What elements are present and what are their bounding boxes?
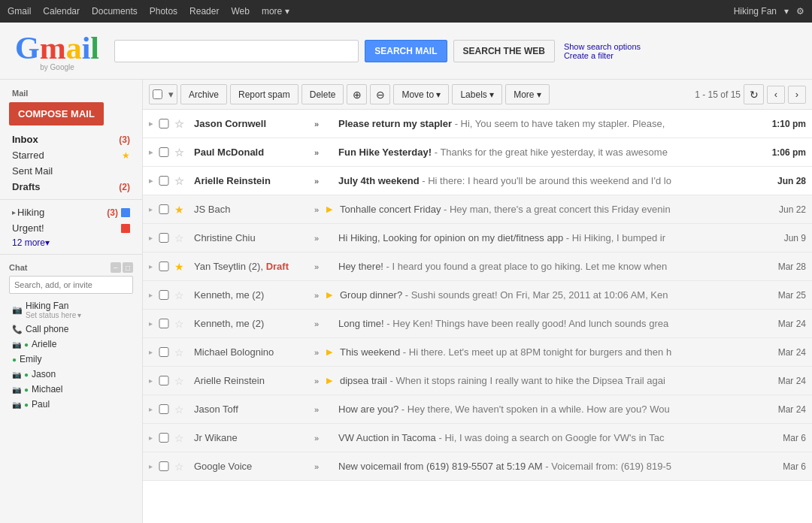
compose-mail-button[interactable]: COMPOSE MAIL <box>9 102 104 125</box>
email-checkbox[interactable] <box>156 233 171 243</box>
star-icon[interactable]: ☆ <box>174 147 189 159</box>
table-row[interactable]: ▸ ☆ Jason Toff » How are you? - Hey ther… <box>143 395 812 424</box>
topbar-gmail[interactable]: Gmail <box>8 6 31 17</box>
chat-minimize-button[interactable]: − <box>111 262 121 273</box>
more-button[interactable]: More ▾ <box>505 84 550 104</box>
row-expand-icon[interactable]: ▸ <box>149 262 155 271</box>
table-row[interactable]: ▸ ☆ Christine Chiu » Hi Hiking, Looking … <box>143 224 812 252</box>
chat-item-arielle[interactable]: 📷 ● Arielle <box>9 337 133 352</box>
table-row[interactable]: ▸ ☆ Jason Cornwell » Please return my st… <box>143 110 812 138</box>
topbar-more[interactable]: more ▾ <box>262 6 289 17</box>
row-expand-icon[interactable]: ▸ <box>149 205 155 213</box>
star-icon[interactable]: ☆ <box>174 318 189 330</box>
row-expand-icon[interactable]: ▸ <box>149 291 155 299</box>
email-checkbox[interactable] <box>156 433 171 443</box>
email-checkbox[interactable] <box>156 204 171 214</box>
more-actions-icon-2[interactable]: ⊖ <box>370 84 390 104</box>
table-row[interactable]: ▸ ☆ Arielle Reinstein » July 4th weekend… <box>143 167 812 195</box>
labels-button[interactable]: Labels ▾ <box>452 84 502 104</box>
search-input[interactable] <box>114 40 359 62</box>
report-spam-button[interactable]: Report spam <box>230 84 298 104</box>
table-row[interactable]: ▸ ☆ Kenneth, me (2) » ▶ Group dinner? - … <box>143 281 812 310</box>
email-checkbox[interactable] <box>156 176 171 186</box>
sidebar-item-drafts[interactable]: Drafts (2) <box>0 179 142 195</box>
chat-item-jason[interactable]: 📷 ● Jason <box>9 367 133 382</box>
topbar-reader[interactable]: Reader <box>189 6 219 17</box>
email-checkbox[interactable] <box>156 461 171 471</box>
row-expand-icon[interactable]: ▸ <box>149 319 155 328</box>
email-checkbox[interactable] <box>156 347 171 357</box>
prev-page-button[interactable]: ‹ <box>767 86 785 104</box>
table-row[interactable]: ▸ ★ Yan Tseytlin (2), Draft » Hey there!… <box>143 252 812 281</box>
select-all-checkbox[interactable] <box>153 89 162 99</box>
topbar-calendar[interactable]: Calendar <box>43 6 80 17</box>
email-checkbox[interactable] <box>156 404 171 414</box>
chat-item-emily[interactable]: ● Emily <box>9 352 133 367</box>
star-icon[interactable]: ☆ <box>174 289 189 301</box>
gear-icon[interactable]: ⚙ <box>796 6 804 17</box>
table-row[interactable]: ▸ ☆ Michael Bolognino » ▶ This weekend -… <box>143 338 812 367</box>
sidebar-item-hiking[interactable]: ▸ Hiking (3) <box>0 204 142 220</box>
row-expand-icon[interactable]: ▸ <box>149 376 155 385</box>
row-expand-icon[interactable]: ▸ <box>149 348 155 356</box>
sidebar-item-starred[interactable]: Starred ★ <box>0 147 142 163</box>
row-expand-icon[interactable]: ▸ <box>149 177 155 185</box>
chat-self[interactable]: 📷 Hiking Fan Set status here ▾ <box>9 298 133 322</box>
archive-button[interactable]: Archive <box>180 84 227 104</box>
topbar-web[interactable]: Web <box>231 6 249 17</box>
table-row[interactable]: ▸ ★ JS Bach » ▶ Tonhalle concert Friday … <box>143 195 812 224</box>
email-checkbox[interactable] <box>156 376 171 385</box>
search-mail-button[interactable]: SEARCH MAIL <box>365 40 447 62</box>
star-icon[interactable]: ☆ <box>174 375 189 387</box>
star-icon[interactable]: ☆ <box>174 404 189 416</box>
row-expand-icon[interactable]: ▸ <box>149 405 155 413</box>
row-expand-icon[interactable]: ▸ <box>149 462 155 470</box>
topbar-user[interactable]: Hiking Fan <box>734 6 777 17</box>
row-expand-icon[interactable]: ▸ <box>149 119 155 128</box>
next-page-button[interactable]: › <box>788 86 806 104</box>
show-search-options-link[interactable]: Show search options <box>564 42 641 51</box>
star-icon[interactable]: ☆ <box>174 432 189 444</box>
table-row[interactable]: ▸ ☆ Paul McDonald » Fun Hike Yesterday! … <box>143 138 812 167</box>
more-actions-icon-1[interactable]: ⊕ <box>347 84 367 104</box>
table-row[interactable]: ▸ ☆ Arielle Reinstein » ▶ dipsea trail -… <box>143 367 812 395</box>
search-web-button[interactable]: SEARCH THE WEB <box>453 40 555 62</box>
create-filter-link[interactable]: Create a filter <box>564 51 641 60</box>
row-expand-icon[interactable]: ▸ <box>149 234 155 242</box>
chat-item-michael[interactable]: 📷 ● Michael <box>9 382 133 397</box>
star-icon[interactable]: ☆ <box>174 118 189 130</box>
topbar-photos[interactable]: Photos <box>150 6 177 17</box>
table-row[interactable]: ▸ ☆ Kenneth, me (2) » Long time! - Hey K… <box>143 310 812 338</box>
row-expand-icon[interactable]: ▸ <box>149 434 155 442</box>
row-expand-icon[interactable]: ▸ <box>149 148 155 156</box>
star-icon[interactable]: ☆ <box>174 232 189 244</box>
sidebar-item-inbox[interactable]: Inbox (3) <box>0 132 142 147</box>
more-labels-link[interactable]: 12 more▾ <box>0 236 142 249</box>
chat-item-paul[interactable]: 📷 ● Paul <box>9 397 133 412</box>
refresh-button[interactable]: ↻ <box>744 84 764 104</box>
star-icon[interactable]: ☆ <box>174 346 189 358</box>
star-icon[interactable]: ★ <box>174 261 189 273</box>
sidebar-item-urgent[interactable]: Urgent! <box>0 220 142 236</box>
email-checkbox[interactable] <box>156 147 171 157</box>
email-checkbox[interactable] <box>156 119 171 128</box>
star-icon[interactable]: ☆ <box>174 461 189 473</box>
email-checkbox[interactable] <box>156 319 171 328</box>
move-to-button[interactable]: Move to ▾ <box>393 84 449 104</box>
chat-search-input[interactable] <box>9 276 133 294</box>
sidebar-item-sent[interactable]: Sent Mail <box>0 163 142 179</box>
hiking-expand-icon[interactable]: ▸ <box>12 208 16 216</box>
topbar-documents[interactable]: Documents <box>92 6 138 17</box>
select-dropdown-arrow[interactable]: ▾ <box>165 89 177 100</box>
table-row[interactable]: ▸ ☆ Jr Wikane » VW Auction in Tacoma - H… <box>143 424 812 452</box>
chevron-down-icon[interactable]: ▾ <box>77 311 81 319</box>
email-checkbox[interactable] <box>156 290 171 300</box>
topbar-user-arrow[interactable]: ▾ <box>784 6 789 17</box>
delete-button[interactable]: Delete <box>301 84 344 104</box>
star-icon[interactable]: ☆ <box>174 175 189 187</box>
chat-item-call-phone[interactable]: 📞 Call phone <box>9 322 133 337</box>
star-icon[interactable]: ★ <box>174 204 189 216</box>
table-row[interactable]: ▸ ☆ Google Voice » New voicemail from (6… <box>143 452 812 481</box>
email-checkbox[interactable] <box>156 262 171 271</box>
chat-popout-button[interactable]: □ <box>123 262 133 273</box>
